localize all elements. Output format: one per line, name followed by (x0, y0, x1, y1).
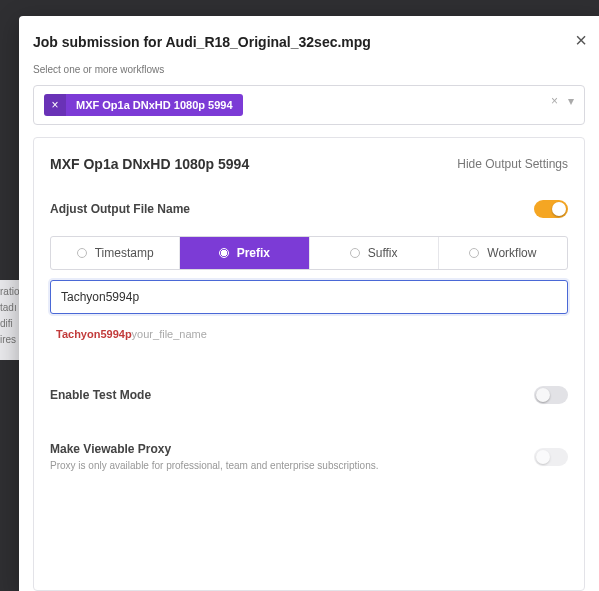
close-icon[interactable]: × (575, 30, 587, 50)
radio-workflow[interactable]: Workflow (439, 237, 567, 269)
radio-dot-icon (350, 248, 360, 258)
workflow-multiselect[interactable]: × MXF Op1a DNxHD 1080p 5994 × ▾ (33, 85, 585, 125)
modal-title: Job submission for Audi_R18_Original_32s… (33, 34, 579, 50)
radio-label: Suffix (368, 246, 398, 260)
chip-remove-icon[interactable]: × (44, 94, 66, 116)
radio-dot-icon (469, 248, 479, 258)
radio-prefix[interactable]: Prefix (180, 237, 309, 269)
adjust-output-label: Adjust Output File Name (50, 202, 190, 216)
clear-selection-icon[interactable]: × (551, 94, 558, 108)
radio-dot-icon (219, 248, 229, 258)
select-controls: × ▾ (551, 94, 574, 108)
modal-header: Job submission for Audi_R18_Original_32s… (19, 16, 599, 56)
proxy-subtext: Proxy is only available for professional… (50, 460, 379, 471)
panel-title: MXF Op1a DNxHD 1080p 5994 (50, 156, 249, 172)
job-submission-modal: Job submission for Audi_R18_Original_32s… (19, 16, 599, 591)
preview-prefix: Tachyon5994p (56, 328, 132, 340)
adjust-output-row: Adjust Output File Name (50, 200, 568, 218)
test-mode-label: Enable Test Mode (50, 388, 151, 402)
hide-output-settings-link[interactable]: Hide Output Settings (457, 157, 568, 171)
output-settings-panel: MXF Op1a DNxHD 1080p 5994 Hide Output Se… (33, 137, 585, 591)
toggle-knob (536, 388, 550, 402)
filename-mode-radio-group: Timestamp Prefix Suffix Workflow (50, 236, 568, 270)
radio-suffix[interactable]: Suffix (310, 237, 439, 269)
panel-header: MXF Op1a DNxHD 1080p 5994 Hide Output Se… (50, 156, 568, 172)
select-workflows-label: Select one or more workflows (19, 56, 599, 85)
workflow-chip: × MXF Op1a DNxHD 1080p 5994 (44, 94, 243, 116)
proxy-label: Make Viewable Proxy (50, 442, 379, 456)
toggle-knob (536, 450, 550, 464)
chip-label: MXF Op1a DNxHD 1080p 5994 (66, 95, 243, 115)
preview-filename: your_file_name (132, 328, 207, 340)
adjust-output-toggle[interactable] (534, 200, 568, 218)
prefix-input[interactable] (50, 280, 568, 314)
radio-dot-icon (77, 248, 87, 258)
chevron-down-icon[interactable]: ▾ (568, 94, 574, 108)
radio-timestamp[interactable]: Timestamp (51, 237, 180, 269)
toggle-knob (552, 202, 566, 216)
radio-label: Prefix (237, 246, 270, 260)
proxy-toggle (534, 448, 568, 466)
test-mode-row: Enable Test Mode (50, 386, 568, 404)
test-mode-toggle[interactable] (534, 386, 568, 404)
proxy-row: Make Viewable Proxy Proxy is only availa… (50, 442, 568, 471)
filename-preview: Tachyon5994pyour_file_name (56, 328, 568, 340)
radio-label: Workflow (487, 246, 536, 260)
radio-label: Timestamp (95, 246, 154, 260)
